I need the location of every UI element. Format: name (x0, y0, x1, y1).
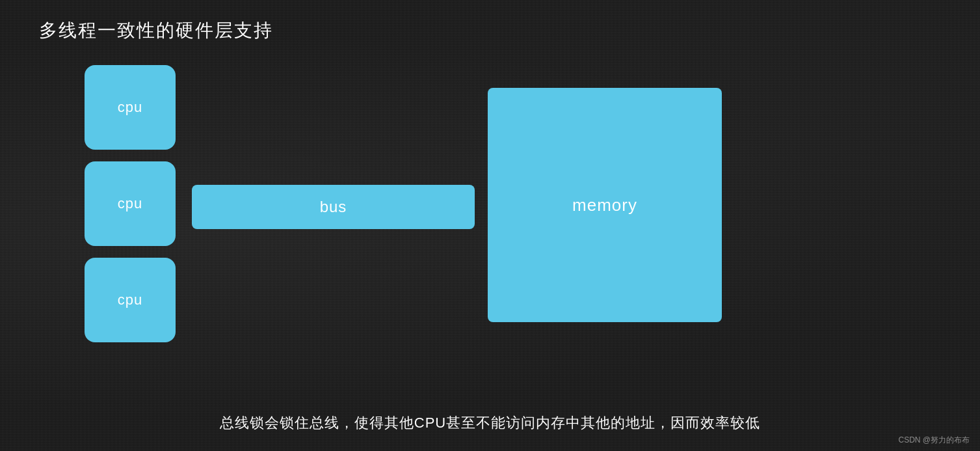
main-background: 多线程一致性的硬件层支持 cpu cpu cpu bus memory 总线锁会… (0, 0, 980, 451)
cpu-label-1: cpu (118, 99, 142, 116)
cpu-box-1: cpu (85, 65, 176, 150)
cpu-box-3: cpu (85, 258, 176, 342)
cpu-label-3: cpu (118, 292, 142, 308)
cpu-box-2: cpu (85, 161, 176, 246)
cpu-column: cpu cpu cpu (85, 65, 176, 342)
description-text: 总线锁会锁住总线，使得其他CPU甚至不能访问内存中其他的地址，因而效率较低 (0, 413, 980, 433)
page-title: 多线程一致性的硬件层支持 (39, 18, 273, 43)
watermark: CSDN @努力的布布 (898, 435, 970, 446)
bus-label: bus (320, 198, 347, 216)
cpu-label-2: cpu (118, 195, 142, 212)
bus-box: bus (192, 185, 475, 229)
memory-box: memory (488, 88, 722, 322)
memory-label: memory (572, 195, 637, 215)
